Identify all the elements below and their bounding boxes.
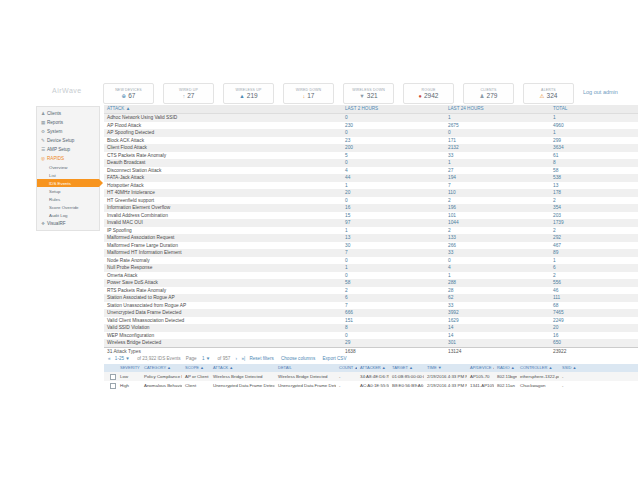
column-header-ssid[interactable]: SSID ▲	[559, 364, 632, 373]
count-cell[interactable]: 27	[445, 167, 550, 175]
page-size-dropdown[interactable]: 1-25 ▼	[115, 356, 130, 361]
sidebar-item-setup[interactable]: Setup	[37, 187, 99, 195]
count-cell[interactable]: 14	[445, 332, 550, 340]
sidebar-item-list[interactable]: List	[37, 171, 99, 179]
count-cell[interactable]: 1	[550, 114, 638, 122]
count-cell[interactable]: 110	[445, 189, 550, 197]
count-cell[interactable]: 467	[550, 242, 638, 250]
count-cell[interactable]: 14	[445, 324, 550, 332]
reset-filters-link[interactable]: Reset filters	[249, 356, 273, 361]
count-cell[interactable]: 133	[445, 234, 550, 242]
count-cell[interactable]: 16	[550, 332, 638, 340]
count-cell[interactable]: 33	[445, 152, 550, 160]
count-cell[interactable]: 4	[445, 264, 550, 272]
count-cell[interactable]: 301	[445, 339, 550, 347]
export-csv-link[interactable]: Export CSV	[323, 356, 347, 361]
count-cell[interactable]: 97	[342, 219, 445, 227]
count-cell[interactable]: 203	[550, 212, 638, 220]
logout-link[interactable]: Log out admin	[583, 89, 618, 95]
count-cell[interactable]: 33	[445, 249, 550, 257]
count-cell[interactable]: 0	[342, 159, 445, 167]
count-cell[interactable]: 1	[550, 129, 638, 137]
count-cell[interactable]: 15	[342, 212, 445, 220]
count-cell[interactable]: 7	[342, 249, 445, 257]
count-cell[interactable]: 1044	[445, 219, 550, 227]
count-cell[interactable]: 2	[445, 227, 550, 235]
column-header-last-24-hours[interactable]: LAST 24 HOURS	[445, 105, 550, 113]
count-cell[interactable]: 68	[550, 302, 638, 310]
count-cell[interactable]: 3992	[445, 309, 550, 317]
count-cell[interactable]: 16	[342, 204, 445, 212]
count-cell[interactable]: 196	[445, 204, 550, 212]
count-cell[interactable]: 4	[342, 167, 445, 175]
count-cell[interactable]: 1	[342, 264, 445, 272]
count-cell[interactable]: 200	[342, 144, 445, 152]
column-header-severity[interactable]: SEVERITY ▲	[117, 364, 141, 373]
count-cell[interactable]: 20	[342, 189, 445, 197]
column-header-radio[interactable]: RADIO ▲	[494, 364, 517, 373]
count-cell[interactable]: 89	[550, 249, 638, 257]
column-header-controller[interactable]: CONTROLLER ▲	[517, 364, 559, 373]
count-cell[interactable]: 556	[550, 279, 638, 287]
count-cell[interactable]: 1739	[550, 219, 638, 227]
count-cell[interactable]: 0	[342, 332, 445, 340]
count-cell[interactable]: 292	[550, 234, 638, 242]
count-cell[interactable]: 2	[342, 287, 445, 295]
count-cell[interactable]: 650	[550, 339, 638, 347]
sidebar-item-device-setup[interactable]: ✎Device Setup	[37, 136, 99, 145]
count-cell[interactable]: 0	[342, 197, 445, 205]
controller-cell[interactable]: Chuckwagon	[517, 381, 559, 390]
column-header-total[interactable]: TOTAL	[550, 105, 638, 113]
count-cell[interactable]: 13	[342, 234, 445, 242]
count-cell[interactable]: 1	[342, 182, 445, 190]
count-cell[interactable]: 62	[445, 294, 550, 302]
count-cell[interactable]: 230	[342, 122, 445, 130]
ap-cell[interactable]: AP105-70	[467, 372, 494, 381]
sidebar-item-reports[interactable]: ▦Reports	[37, 118, 99, 127]
count-cell[interactable]: 44	[342, 174, 445, 182]
row-checkbox[interactable]	[110, 374, 116, 380]
pagination-last[interactable]: »|	[241, 356, 245, 361]
count-cell[interactable]: 2	[445, 197, 550, 205]
count-cell[interactable]: 0	[342, 129, 445, 137]
count-cell[interactable]: 0	[342, 114, 445, 122]
count-cell[interactable]: 0	[445, 257, 550, 265]
sidebar-item-visualrf[interactable]: ❖VisualRF	[37, 219, 99, 228]
count-cell[interactable]: 1	[550, 257, 638, 265]
page-number-dropdown[interactable]: 1 ▼	[202, 356, 210, 361]
count-cell[interactable]: 4960	[550, 122, 638, 130]
column-header-attacker[interactable]: ATTACKER ▲	[357, 364, 389, 373]
count-cell[interactable]: 13	[550, 182, 638, 190]
count-cell[interactable]: 6	[550, 264, 638, 272]
column-header-time[interactable]: TIME ▼	[424, 364, 467, 373]
count-cell[interactable]: 178	[550, 189, 638, 197]
stat-alerts[interactable]: Alerts⚠324	[523, 83, 574, 104]
stat-wired-up[interactable]: Wired Up↑27	[163, 83, 214, 104]
count-cell[interactable]: 2	[550, 272, 638, 280]
count-cell[interactable]: 299	[550, 137, 638, 145]
count-cell[interactable]: 46	[550, 287, 638, 295]
count-cell[interactable]: 1629	[445, 317, 550, 325]
count-cell[interactable]: 666	[342, 309, 445, 317]
count-cell[interactable]: 2	[550, 197, 638, 205]
choose-columns-link[interactable]: Choose columns	[281, 356, 315, 361]
count-cell[interactable]: 0	[342, 272, 445, 280]
select-all-column[interactable]	[104, 364, 117, 373]
count-cell[interactable]: 1	[445, 114, 550, 122]
count-cell[interactable]: 8	[342, 324, 445, 332]
count-cell[interactable]: 1	[445, 272, 550, 280]
count-cell[interactable]: 23	[342, 137, 445, 145]
count-cell[interactable]: 58	[550, 167, 638, 175]
column-header-ap-device[interactable]: AP/DEVICE ▲	[467, 364, 494, 373]
sidebar-item-rules[interactable]: Rules	[37, 195, 99, 203]
count-cell[interactable]: 58	[342, 279, 445, 287]
count-cell[interactable]: 2249	[550, 317, 638, 325]
stat-rogue[interactable]: Rogue●2942	[403, 83, 454, 104]
count-cell[interactable]: 30	[342, 242, 445, 250]
count-cell[interactable]: 354	[550, 204, 638, 212]
count-cell[interactable]: 28	[445, 287, 550, 295]
pagination-next[interactable]: ›	[236, 356, 238, 361]
sidebar-item-amp-setup[interactable]: ☰AMP Setup	[37, 145, 99, 154]
column-header-detail[interactable]: DETAIL	[275, 364, 336, 373]
stat-wireless-up[interactable]: Wireless Up▲219	[223, 83, 274, 104]
